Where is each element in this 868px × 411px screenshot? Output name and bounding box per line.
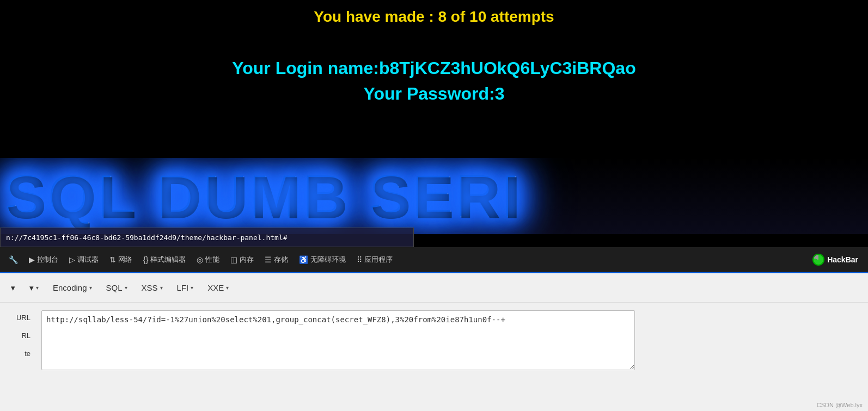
applications-label: 应用程序 [364, 255, 393, 265]
performance-icon: ◎ [197, 255, 203, 264]
xxe-label: LFI [177, 283, 189, 292]
banner-area: SQL DUMB SERI [0, 158, 868, 234]
attempts-text: You have made : 8 of 10 attempts [314, 8, 554, 26]
ref-url-label: RL [4, 328, 33, 343]
address-text: n://7c4195c1-ff06-46c8-bd62-59ba1ddf24d9… [6, 234, 288, 242]
console-label: 控制台 [37, 255, 58, 265]
accessibility-icon: ♿ [299, 255, 308, 264]
toolbar-memory[interactable]: ◫ 内存 [226, 253, 258, 267]
toolbar-style-editor[interactable]: {} 样式编辑器 [139, 253, 190, 267]
toolbar-performance[interactable]: ◎ 性能 [192, 253, 224, 267]
post-label: te [4, 346, 33, 361]
toolbar-debugger[interactable]: ▷ 调试器 [65, 253, 103, 267]
encoding-arrow-icon: ▾ [36, 285, 39, 291]
url-label: URL [4, 310, 33, 325]
toolbar-console[interactable]: ▶ 控制台 [25, 253, 63, 267]
storage-icon: ☰ [265, 255, 272, 264]
accessibility-label: 无障碍环境 [310, 255, 346, 265]
address-bar: n://7c4195c1-ff06-46c8-bd62-59ba1ddf24d9… [0, 228, 414, 247]
hackbar-content: URL RL te [0, 303, 868, 411]
network-icon: ⇅ [109, 255, 116, 264]
network-label: 网络 [118, 255, 132, 265]
debugger-label: 调试器 [77, 255, 99, 265]
menu-xxe[interactable]: LFI ▾ [172, 280, 199, 296]
hackbar-icon [812, 254, 824, 266]
login-info: Your Login name:b8TjKCZ3hUOkQ6LyC3iBRQao… [232, 58, 635, 104]
console-icon: ▶ [29, 255, 35, 264]
watermark-text: CSDN @Web.lyx [817, 402, 863, 408]
other-label: XXE [207, 283, 224, 292]
xxe-arrow-icon: ▾ [191, 285, 193, 291]
banner-title: SQL DUMB SERI [0, 162, 523, 231]
menu-other[interactable]: XXE ▾ [202, 280, 234, 296]
url-input[interactable] [41, 310, 635, 370]
menu-encoding[interactable]: ▾ ▾ [24, 280, 44, 296]
other-arrow-icon: ▾ [226, 285, 229, 291]
toolbar-applications[interactable]: ⠿ 应用程序 [352, 253, 397, 267]
debugger-icon: ▷ [69, 255, 75, 264]
chevron-down-icon: ▾ [11, 283, 15, 293]
hackbar-labels: URL RL te [0, 307, 37, 407]
toolbar-tools-icon[interactable]: 🔧 [4, 253, 22, 266]
sql-arrow-icon: ▾ [89, 285, 92, 291]
menu-lfi[interactable]: XSS ▾ [136, 280, 168, 296]
toolbar-network[interactable]: ⇅ 网络 [105, 253, 137, 267]
toolbar-storage[interactable]: ☰ 存储 [260, 253, 292, 267]
encoding-label: ▾ [29, 283, 34, 293]
sql-label: Encoding [53, 283, 87, 292]
xss-label: SQL [106, 283, 123, 292]
style-editor-icon: {} [143, 255, 148, 264]
performance-label: 性能 [205, 255, 219, 265]
applications-icon: ⠿ [357, 255, 362, 264]
lfi-label: XSS [142, 283, 158, 292]
password-text: Your Password:3 [232, 84, 635, 104]
menu-xss[interactable]: SQL ▾ [101, 280, 133, 296]
style-editor-label: 样式编辑器 [150, 255, 186, 265]
lfi-arrow-icon: ▾ [160, 285, 163, 291]
hackbar-toolbar-item[interactable]: HackBar [807, 251, 864, 268]
watermark: CSDN @Web.lyx [817, 402, 863, 408]
browser-toolbar: 🔧 ▶ 控制台 ▷ 调试器 ⇅ 网络 {} 样式编辑器 ◎ 性能 ◫ 内存 ☰ … [0, 247, 868, 272]
xss-arrow-icon: ▾ [125, 285, 127, 291]
hackbar-menu: ▾ ▾ ▾ Encoding ▾ SQL ▾ XSS ▾ LFI ▾ XXE ▾ [0, 273, 868, 303]
storage-label: 存储 [274, 255, 288, 265]
login-name-text: Your Login name:b8TjKCZ3hUOkQ6LyC3iBRQao [232, 58, 635, 78]
memory-label: 内存 [240, 255, 254, 265]
memory-icon: ◫ [230, 255, 237, 264]
hackbar-label: HackBar [827, 255, 858, 264]
menu-sql[interactable]: Encoding ▾ [47, 280, 97, 296]
hackbar-panel: ▾ ▾ ▾ Encoding ▾ SQL ▾ XSS ▾ LFI ▾ XXE ▾… [0, 272, 868, 411]
toolbar-accessibility[interactable]: ♿ 无障碍环境 [295, 253, 350, 267]
hackbar-inputs [37, 307, 868, 407]
tools-icon: 🔧 [9, 255, 18, 264]
menu-arrow-first[interactable]: ▾ [5, 280, 21, 296]
